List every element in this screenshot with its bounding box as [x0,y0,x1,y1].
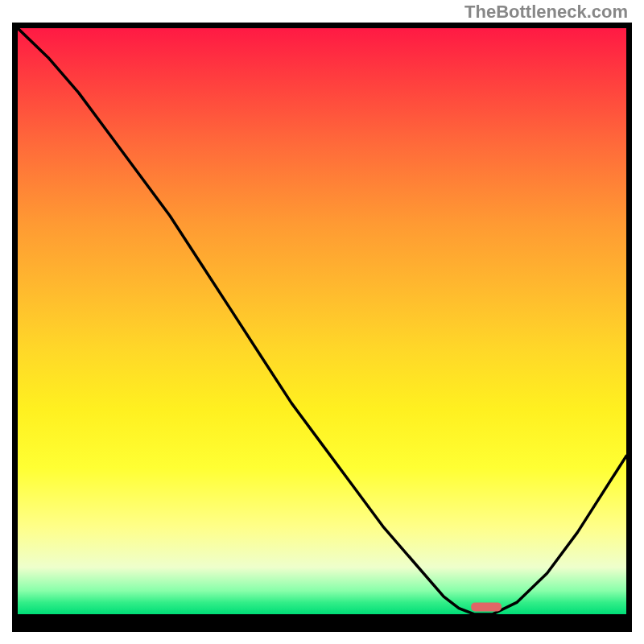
bottleneck-curve [18,28,626,614]
chart-overlay [18,28,626,614]
chart-plot-area [12,23,632,632]
optimum-marker [471,602,502,611]
watermark-text: TheBottleneck.com [464,2,628,23]
